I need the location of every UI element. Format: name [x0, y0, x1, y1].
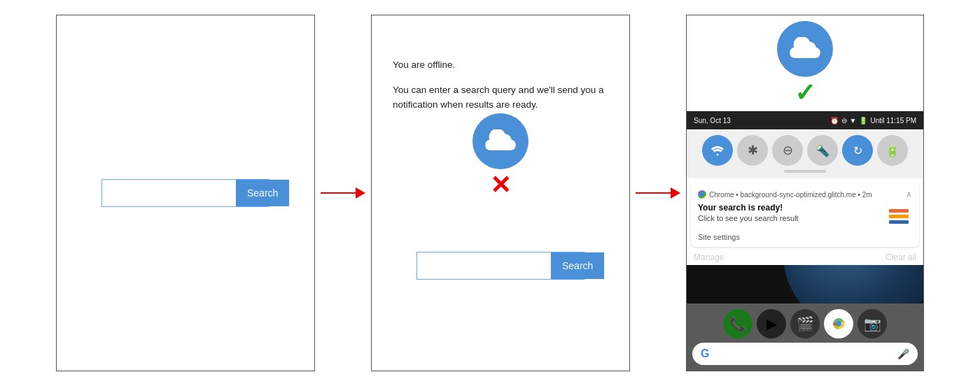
search-bar-2: Search: [416, 252, 584, 280]
search-bar-2-wrapper: Search: [416, 252, 584, 280]
play-store-icon[interactable]: ▶: [757, 309, 786, 338]
video-icon[interactable]: 🎬: [790, 309, 820, 338]
cloud-icon-offline: [472, 113, 528, 169]
stripe-1: [889, 209, 909, 213]
cloud-svg-offline: [483, 129, 518, 154]
bluetooth-toggle[interactable]: ✱: [737, 135, 768, 166]
check-mark: ✓: [794, 80, 816, 106]
panel-2: You are offline. You can enter a search …: [371, 15, 630, 371]
notif-title: Your search is ready!: [698, 203, 880, 213]
battery-icon: 🔋: [859, 117, 867, 124]
x-mark: ✕: [490, 173, 511, 198]
mic-icon[interactable]: 🎤: [897, 348, 909, 359]
clear-all-button[interactable]: Clear all: [886, 252, 916, 262]
arrow-1: [321, 187, 365, 199]
qs-divider: [784, 170, 826, 173]
quick-settings: ✱ ⊖ 🔦 ↻ 🔋: [687, 129, 923, 178]
search-button-1[interactable]: Search: [236, 180, 289, 206]
panel-1: Search: [56, 15, 315, 371]
app-row: 📞 ▶ 🎬 📷: [691, 309, 919, 338]
status-bar: Sun, Oct 13 ⏰ ⊖ ▼ 🔋 Until 11:15 PM: [687, 111, 923, 129]
cloud-icon-online: [777, 21, 833, 77]
google-g-letter: G: [701, 348, 709, 360]
chrome-icon: [698, 190, 706, 199]
wifi-toggle[interactable]: [702, 135, 733, 166]
phone-app-icon[interactable]: 📞: [723, 309, 752, 338]
wifi-icon: ▼: [850, 117, 857, 124]
notif-app-icon: [886, 203, 912, 229]
earth-ellipse: [783, 265, 923, 303]
notif-source: Chrome • background-sync-optimized.glitc…: [709, 191, 872, 199]
arrow-1-line: [321, 192, 356, 194]
arrow-1-head: [356, 187, 365, 199]
earth-bg: [687, 265, 923, 303]
manage-button[interactable]: Manage: [694, 252, 724, 262]
notification-card[interactable]: Chrome • background-sync-optimized.glitc…: [691, 184, 919, 247]
offline-line2: You can enter a search query and we'll s…: [393, 83, 608, 113]
dnd-toggle[interactable]: ⊖: [772, 135, 803, 166]
notif-actions: Manage Clear all: [687, 250, 923, 265]
search-bar-1: Search: [102, 179, 270, 207]
cloud-svg-online: [788, 37, 822, 62]
search-input-1[interactable]: [102, 180, 236, 206]
vpn-icon: ⊖: [841, 117, 847, 124]
arrow-2-head: [671, 187, 680, 199]
bluetooth-icon: ✱: [748, 143, 758, 158]
notif-body: Your search is ready! Click to see you s…: [698, 203, 912, 229]
google-search-bar[interactable]: G 🎤: [692, 343, 918, 365]
cloud-x-group: ✕: [472, 113, 528, 198]
status-date: Sun, Oct 13: [694, 117, 731, 124]
android-panel: ✓ Sun, Oct 13 ⏰ ⊖ ▼ 🔋 Until 11:15 PM ✱ ⊖…: [686, 15, 924, 371]
notif-collapse-icon[interactable]: ∧: [906, 190, 912, 199]
offline-text: You are offline. You can enter a search …: [393, 57, 608, 113]
quick-toggle-row: ✱ ⊖ 🔦 ↻ 🔋: [694, 135, 916, 166]
stripe-3: [889, 220, 909, 224]
arrow-2: [636, 187, 680, 199]
sync-icon: ↻: [853, 144, 862, 157]
status-time: Until 11:15 PM: [870, 117, 916, 124]
arrow-2-container: [630, 15, 686, 371]
notif-header-left: Chrome • background-sync-optimized.glitc…: [698, 190, 872, 199]
chrome-app-icon[interactable]: [824, 309, 853, 338]
arrow-2-line: [636, 192, 671, 194]
search-input-2[interactable]: [417, 252, 551, 279]
bottom-dock: 📞 ▶ 🎬 📷 G 🎤: [687, 303, 923, 371]
sync-toggle[interactable]: ↻: [842, 135, 873, 166]
alarm-icon: ⏰: [830, 117, 839, 124]
battery-saver-icon: 🔋: [886, 144, 899, 157]
search-button-2[interactable]: Search: [551, 252, 604, 279]
stripe-2: [889, 215, 909, 218]
notif-text: Your search is ready! Click to see you s…: [698, 203, 880, 222]
site-settings[interactable]: Site settings: [698, 233, 912, 241]
offline-line1: You are offline.: [393, 57, 608, 73]
flashlight-toggle[interactable]: 🔦: [807, 135, 838, 166]
notif-subtitle: Click to see you search result: [698, 214, 880, 222]
battery-saver-toggle[interactable]: 🔋: [877, 135, 908, 166]
notif-header: Chrome • background-sync-optimized.glitc…: [698, 190, 912, 199]
arrow-1-container: [315, 15, 371, 371]
dnd-icon: ⊖: [783, 143, 793, 158]
camera-app-icon[interactable]: 📷: [858, 309, 887, 338]
flashlight-icon: 🔦: [816, 144, 830, 157]
status-right: ⏰ ⊖ ▼ 🔋 Until 11:15 PM: [830, 117, 917, 124]
stripe-icon: [886, 203, 911, 229]
